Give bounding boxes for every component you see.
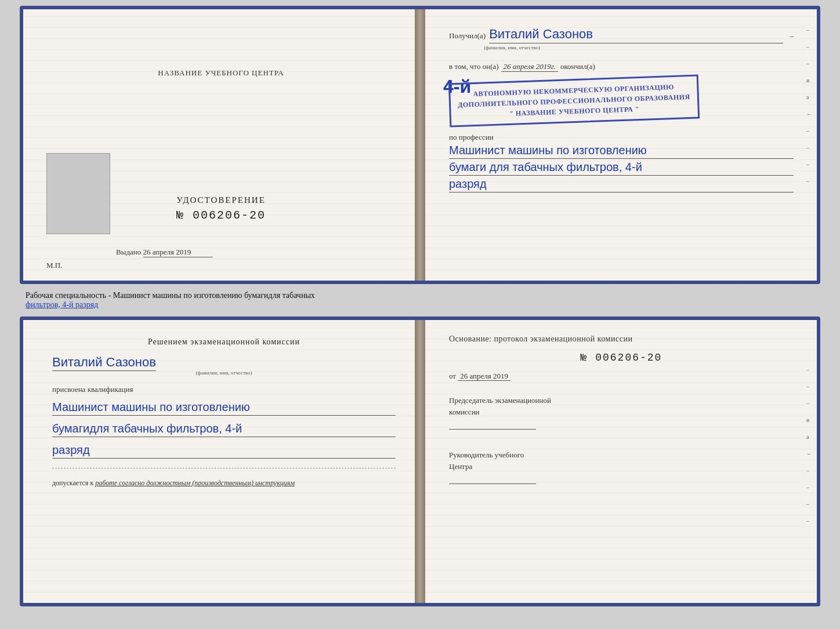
mark-dash3: – — [806, 60, 812, 67]
profession-block: по профессии Машинист машины по изготовл… — [449, 133, 794, 192]
mark-arrow: ← — [806, 111, 812, 117]
recipient-block: Получил(а) Виталий Сазонов – (фамилия, и… — [449, 27, 794, 43]
bmark-dash3: – — [806, 400, 812, 406]
commission-person-name: Виталий Сазонов — [52, 355, 156, 371]
mp-label: М.П. — [46, 261, 62, 270]
cert-number: № 006206-20 — [176, 209, 266, 222]
top-right-page: Получил(а) Виталий Сазонов – (фамилия, и… — [420, 9, 817, 281]
допускается-label: допускается к — [52, 479, 93, 487]
qualification-label: присвоена квалификация — [52, 385, 133, 394]
bmark-dash6: – — [806, 501, 812, 507]
profession-line3: разряд — [449, 176, 794, 192]
bmark-dash4: – — [806, 467, 812, 474]
issued-prefix: Выдано — [116, 248, 141, 256]
bottom-right-page: Основание: протокол экзаменационной коми… — [420, 320, 817, 603]
middle-label: Рабочая специальность - Машинист машины … — [20, 289, 820, 312]
recipient-name: Виталий Сазонов — [489, 27, 783, 43]
bmark-letter-a: а — [806, 434, 812, 440]
mark-dash2: – — [806, 43, 812, 50]
recipient-prefix: Получил(а) — [449, 31, 486, 41]
допускается-value: работе согласно должностным (производств… — [95, 479, 295, 487]
top-left-page: НАЗВАНИЕ УЧЕБНОГО ЦЕНТРА УДОСТОВЕРЕНИЕ №… — [23, 9, 420, 281]
cert-title-block: УДОСТОВЕРЕНИЕ № 006206-20 — [176, 195, 266, 222]
stamp-block: 4-й АВТОНОМНУЮ НЕКОММЕРЧЕСКУЮ ОРГАНИЗАЦИ… — [449, 79, 794, 123]
date-value: 26 апреля 2019г. — [501, 62, 558, 72]
bmark-dash1: – — [806, 366, 812, 373]
bottom-certificate: Решением экзаменационной комиссии Витали… — [20, 317, 820, 606]
date-line: в том, что он(а) 26 апреля 2019г. окончи… — [449, 62, 794, 72]
issued-date: 26 апреля 2019 — [143, 248, 213, 257]
mark-dash6: – — [806, 161, 812, 168]
bottom-left-page: Решением экзаменационной комиссии Витали… — [23, 320, 420, 603]
mark-dash7: – — [806, 178, 812, 184]
middle-label-prefix: Рабочая специальность - Машинист машины … — [26, 291, 315, 300]
commission-person-block: Виталий Сазонов (фамилия, имя, отчество) — [52, 355, 396, 376]
photo-placeholder — [46, 153, 110, 234]
issued-date-block: Выдано 26 апреля 2019 — [116, 248, 213, 257]
bmark-dash7: – — [806, 518, 812, 524]
profession-label: по профессии — [449, 133, 794, 142]
school-name-label: НАЗВАНИЕ УЧЕБНОГО ЦЕНТРА — [158, 68, 284, 78]
cert-title: УДОСТОВЕРЕНИЕ — [176, 195, 266, 205]
bmark-letter-i: и — [806, 417, 812, 423]
mark-dash4: – — [806, 128, 812, 134]
bmark-arrow: ← — [806, 450, 812, 457]
middle-label-underline: фильтров, 4-й разряд — [26, 300, 98, 309]
divider — [52, 468, 396, 468]
dash-after-name: – — [790, 31, 794, 41]
date-prefix: в том, что он(а) — [449, 62, 499, 71]
mark-dash1: – — [806, 27, 812, 33]
right-side-marks-bottom: – – – и а ← – – – – — [806, 366, 812, 524]
mark-letter-a: а — [806, 94, 812, 100]
top-certificate: НАЗВАНИЕ УЧЕБНОГО ЦЕНТРА УДОСТОВЕРЕНИЕ №… — [20, 6, 820, 284]
mark-letter-i: и — [806, 77, 812, 83]
profession-line2: бумаги для табачных фильтров, 4-й — [449, 159, 794, 176]
right-side-marks: – – – и а ← – – – – — [806, 27, 812, 184]
bmark-dash2: – — [806, 383, 812, 390]
recipient-subtitle: (фамилия, имя, отчество) — [484, 45, 540, 50]
mark-dash5: – — [806, 144, 812, 151]
profession-line1: Машинист машины по изготовлению — [449, 142, 794, 159]
stamp-rectangle: АВТОНОМНУЮ НЕКОММЕРЧЕСКУЮ ОРГАНИЗАЦИЮ ДО… — [448, 75, 700, 128]
date-suffix: окончил(а) — [560, 62, 595, 71]
bmark-dash5: – — [806, 484, 812, 490]
допускается-block: допускается к работе согласно должностны… — [52, 479, 295, 488]
